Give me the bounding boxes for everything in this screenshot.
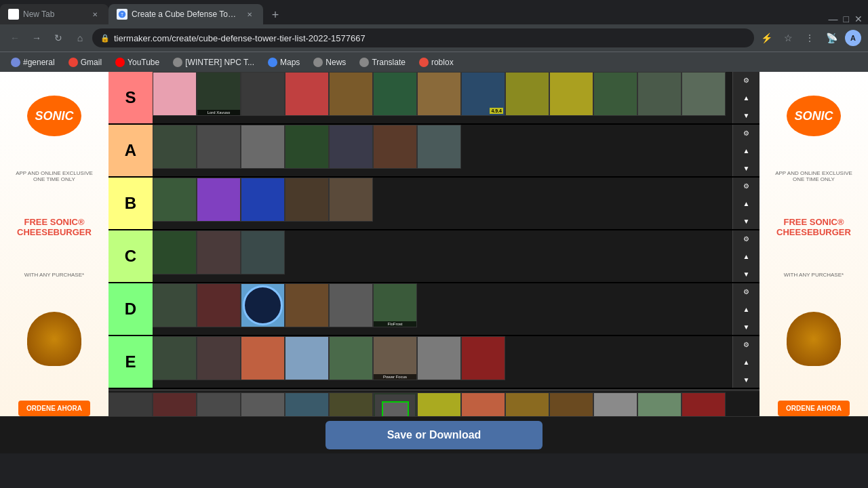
home-button[interactable]: ⌂ xyxy=(71,28,90,47)
list-item[interactable] xyxy=(241,178,285,222)
list-item[interactable] xyxy=(682,392,726,416)
list-item[interactable] xyxy=(153,72,197,116)
list-item[interactable] xyxy=(417,125,461,169)
list-item[interactable] xyxy=(329,283,373,327)
tier-a-settings[interactable]: ⚙ xyxy=(736,125,757,141)
tier-c-settings[interactable]: ⚙ xyxy=(736,230,757,247)
list-item[interactable] xyxy=(241,125,285,169)
list-item[interactable] xyxy=(505,392,549,416)
close-icon[interactable]: ✕ xyxy=(854,14,863,24)
list-item[interactable] xyxy=(682,72,726,116)
star-icon[interactable]: ☆ xyxy=(778,28,797,47)
list-item[interactable]: FloFrost xyxy=(373,283,417,327)
list-item[interactable] xyxy=(285,336,329,380)
list-item[interactable] xyxy=(197,125,241,169)
forward-button[interactable]: → xyxy=(27,28,46,47)
tier-b-down[interactable]: ▼ xyxy=(736,213,757,229)
list-item[interactable] xyxy=(329,178,373,222)
list-item[interactable] xyxy=(329,336,373,380)
tab-active[interactable]: T Create a Cube Defense Tower (2... ✕ xyxy=(108,4,263,24)
bookmark-npc[interactable]: [WINTER] NPC T... xyxy=(167,56,260,68)
list-item[interactable] xyxy=(153,230,197,274)
list-item[interactable] xyxy=(461,336,505,380)
address-bar[interactable]: 🔒 tiermaker.com/create/cube-defense-towe… xyxy=(92,28,754,47)
list-item[interactable] xyxy=(637,392,682,416)
minimize-icon[interactable]: — xyxy=(829,14,838,24)
tier-b-settings[interactable]: ⚙ xyxy=(736,178,757,194)
list-item[interactable] xyxy=(153,178,197,222)
tier-a-down[interactable]: ▼ xyxy=(736,160,757,176)
tier-e-up[interactable]: ▲ xyxy=(736,354,757,370)
tier-s-settings[interactable]: ⚙ xyxy=(736,72,757,88)
list-item[interactable]: Power Focus xyxy=(373,336,417,380)
tab-new-tab[interactable]: New Tab ✕ xyxy=(0,4,108,24)
list-item[interactable] xyxy=(108,392,153,416)
list-item[interactable] xyxy=(153,125,197,169)
list-item[interactable] xyxy=(285,72,329,116)
list-item[interactable] xyxy=(285,178,329,222)
bookmark-general[interactable]: #general xyxy=(5,56,60,68)
bookmark-translate[interactable]: Translate xyxy=(354,56,411,68)
list-item[interactable] xyxy=(461,392,505,416)
list-item[interactable] xyxy=(417,392,461,416)
tier-c-up[interactable]: ▲ xyxy=(736,248,757,264)
extensions-icon[interactable]: ⚡ xyxy=(757,28,776,47)
list-item[interactable] xyxy=(153,283,197,327)
list-item[interactable] xyxy=(417,336,461,380)
list-item[interactable] xyxy=(285,283,329,327)
bookmark-maps[interactable]: Maps xyxy=(262,56,305,68)
list-item[interactable] xyxy=(549,392,593,416)
list-item[interactable] xyxy=(197,230,241,274)
list-item[interactable] xyxy=(329,72,373,116)
list-item[interactable]: Pool xyxy=(373,392,417,416)
list-item[interactable] xyxy=(241,392,285,416)
list-item[interactable] xyxy=(285,392,329,416)
bookmark-news[interactable]: News xyxy=(308,56,351,68)
list-item[interactable] xyxy=(329,392,373,416)
settings-icon[interactable]: ⋮ xyxy=(800,28,819,47)
ad-order-btn-left[interactable]: ORDENE AHORA xyxy=(18,401,90,416)
list-item[interactable] xyxy=(417,72,461,116)
list-item[interactable] xyxy=(373,72,417,116)
reload-button[interactable]: ↻ xyxy=(49,28,68,47)
list-item[interactable] xyxy=(593,72,637,116)
tier-s-down[interactable]: ▼ xyxy=(736,107,757,123)
ad-order-btn-right[interactable]: ORDENE AHORA xyxy=(778,401,850,416)
cast-icon[interactable]: 📡 xyxy=(822,28,841,47)
back-button[interactable]: ← xyxy=(5,28,24,47)
tier-b-up[interactable]: ▲ xyxy=(736,195,757,211)
list-item[interactable] xyxy=(241,336,285,380)
list-item[interactable] xyxy=(197,283,241,327)
tier-c-down[interactable]: ▼ xyxy=(736,266,757,282)
tier-s-up[interactable]: ▲ xyxy=(736,89,757,106)
tab-close-active[interactable]: ✕ xyxy=(244,9,255,20)
bookmark-gmail[interactable]: Gmail xyxy=(63,56,107,68)
list-item[interactable] xyxy=(241,230,285,274)
list-item[interactable]: Lord Xavuso xyxy=(197,72,241,116)
list-item[interactable] xyxy=(241,283,285,327)
list-item[interactable] xyxy=(329,125,373,169)
tier-a-up[interactable]: ▲ xyxy=(736,142,757,159)
bookmark-youtube[interactable]: YouTube xyxy=(110,56,165,68)
new-tab-button[interactable]: + xyxy=(266,5,285,24)
tier-e-down[interactable]: ▼ xyxy=(736,371,757,388)
tier-e-settings[interactable]: ⚙ xyxy=(736,336,757,352)
bookmark-roblox[interactable]: roblox xyxy=(414,56,459,68)
profile-circle[interactable]: A xyxy=(844,28,863,47)
list-item[interactable] xyxy=(241,72,285,116)
tier-d-up[interactable]: ▲ xyxy=(736,301,757,317)
list-item[interactable] xyxy=(549,72,593,116)
list-item[interactable] xyxy=(505,72,549,116)
tab-close-newtab[interactable]: ✕ xyxy=(90,9,100,20)
list-item[interactable] xyxy=(197,392,241,416)
list-item[interactable] xyxy=(197,178,241,222)
save-download-button[interactable]: Save or Download xyxy=(326,421,542,449)
tier-d-down[interactable]: ▼ xyxy=(736,319,757,335)
list-item[interactable]: 4.9.4 xyxy=(461,72,505,116)
tier-d-settings[interactable]: ⚙ xyxy=(736,283,757,300)
list-item[interactable] xyxy=(593,392,637,416)
list-item[interactable] xyxy=(153,392,197,416)
list-item[interactable] xyxy=(153,336,197,380)
list-item[interactable] xyxy=(373,125,417,169)
maximize-icon[interactable]: □ xyxy=(844,14,849,24)
